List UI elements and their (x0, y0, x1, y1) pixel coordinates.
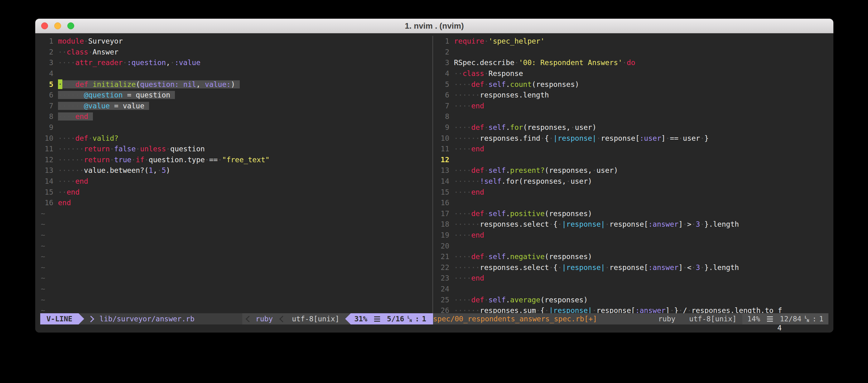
line-number: 12 (40, 156, 53, 164)
code-line: 26······responses.sum·{·|response|·respo… (436, 305, 828, 313)
terminal-window[interactable]: 1. nvim . (nvim) 1module·Surveyor2··clas… (35, 19, 833, 333)
code-line: 18······responses.select·{·|response|·re… (436, 219, 828, 230)
code-line: 10······responses.find·{·|response|·resp… (436, 133, 828, 144)
line-number: 13 (436, 166, 449, 174)
code-line: 24 (436, 284, 828, 294)
code-line: 8 (436, 111, 828, 122)
powerline-separator-icon (345, 313, 351, 324)
tilde: ~ (40, 210, 45, 218)
line-number: 15 (40, 188, 53, 196)
code-line: 6······responses.length (436, 90, 828, 101)
empty-buffer-line: ~ (40, 273, 432, 284)
code-line: 1module·Surveyor (40, 36, 432, 47)
lines-icon (767, 318, 773, 319)
column-position: 1 (819, 315, 824, 323)
ruler-segment: 14% 12/84 LN : 1 (742, 313, 828, 324)
code-line: 25····def·self.average(responses) (436, 294, 828, 305)
code-line: 21····def·self.negative(responses) (436, 251, 828, 262)
encoding-indicator: utf-8[unix] (292, 315, 339, 323)
tilde: ~ (40, 306, 45, 313)
line-number: 17 (436, 210, 449, 218)
line-number: 18 (436, 220, 449, 228)
pending-command-count: 4 (777, 324, 782, 332)
traffic-lights (41, 19, 74, 33)
window-titlebar[interactable]: 1. nvim . (nvim) (35, 19, 833, 33)
line-number-icon: LN (407, 315, 412, 322)
code-line: 2··class·Answer (40, 47, 432, 58)
empty-buffer-line: ~ (40, 294, 432, 305)
minimize-button[interactable] (54, 23, 61, 29)
line-number: 6 (40, 91, 53, 99)
line-position: 5/16 (387, 315, 404, 323)
code-line: 13······value.between?(1,·5) (40, 165, 432, 176)
line-position: 12/84 (780, 315, 801, 323)
line-number: 8 (40, 112, 53, 120)
code-line: 22······responses.select·{·|response|·re… (436, 262, 828, 273)
line-number: 21 (436, 252, 449, 260)
scroll-percent: 14% (747, 315, 761, 323)
text-cursor: · (58, 79, 62, 89)
line-number: 5 (40, 80, 53, 89)
line-number: 5 (436, 80, 449, 89)
line-number: 16 (40, 199, 53, 207)
tilde: ~ (40, 264, 45, 272)
filetype-indicator: ruby (658, 315, 675, 323)
line-number-icon: LN (804, 315, 809, 322)
code-line: 9 (40, 122, 432, 133)
line-number: 23 (436, 274, 449, 282)
terminal-content: 1module·Surveyor2··class·Answer3····attr… (35, 33, 833, 333)
line-number: 11 (40, 145, 53, 153)
zoom-button[interactable] (67, 23, 74, 29)
empty-buffer-line: ~ (40, 262, 432, 273)
code-line: 16 (436, 198, 828, 208)
line-number: 7 (436, 102, 449, 110)
statuslines: V-LINE lib/surveyor/answer.rb ruby utf-8… (40, 313, 828, 324)
line-number: 25 (436, 296, 449, 304)
line-number: 12 (436, 156, 449, 164)
statusline-active: V-LINE lib/surveyor/answer.rb ruby utf-8… (40, 313, 433, 324)
filetype-indicator: ruby (256, 315, 273, 323)
empty-buffer-line: ~ (40, 251, 432, 262)
code-line: 10····def·valid? (40, 133, 432, 144)
ruler-segment: 31% 5/16 LN : 1 (351, 313, 433, 324)
inactive-file-path: spec/00_respondents_answers_spec.rb[+] (433, 315, 597, 323)
line-number: 22 (436, 264, 449, 272)
close-button[interactable] (41, 23, 48, 29)
tilde: ~ (40, 274, 45, 282)
line-number: 9 (436, 123, 449, 131)
line-number: 4 (40, 69, 53, 77)
line-number: 11 (436, 145, 449, 153)
code-line: 23····end (436, 273, 828, 284)
line-number: 15 (436, 188, 449, 196)
line-number: 2 (40, 48, 53, 56)
empty-buffer-line: ~ (40, 208, 432, 219)
line-number: 19 (436, 231, 449, 239)
line-number: 7 (40, 102, 53, 110)
column-position: 1 (422, 315, 426, 323)
code-line: 5····def·initialize(question:·nil,·value… (40, 79, 432, 90)
code-line: 3····attr_reader·:question,·:value (40, 57, 432, 68)
line-number: 8 (436, 112, 449, 120)
code-line: 17····def·self.positive(responses) (436, 208, 828, 219)
line-number: 13 (40, 166, 53, 174)
line-number: 16 (436, 199, 449, 207)
chevron-left-icon (246, 315, 252, 322)
empty-buffer-line: ~ (40, 240, 432, 251)
code-line: 4 (40, 68, 432, 79)
code-line: 12 (436, 154, 828, 165)
lines-icon (374, 318, 380, 319)
tilde: ~ (40, 296, 45, 304)
empty-buffer-line: ~ (40, 219, 432, 230)
tilde: ~ (40, 285, 45, 293)
code-line: 12······return·true·if·question.type·==·… (40, 154, 432, 165)
window-title: 1. nvim . (nvim) (405, 21, 464, 31)
code-line: 13····def·self.present?(responses,·user) (436, 165, 828, 176)
editor-pane-spec-rb[interactable]: 1require·'spec_helper'23RSpec.describe·'… (433, 36, 828, 313)
code-line: 4··class·Response (436, 68, 828, 79)
line-number: 3 (40, 59, 53, 67)
tilde: ~ (40, 220, 45, 228)
code-line: 9····def·self.for(responses,·user) (436, 122, 828, 133)
editor-pane-answer-rb[interactable]: 1module·Surveyor2··class·Answer3····attr… (40, 36, 432, 313)
line-number: 3 (436, 59, 449, 67)
encoding-indicator: utf-8[unix] (689, 315, 737, 323)
